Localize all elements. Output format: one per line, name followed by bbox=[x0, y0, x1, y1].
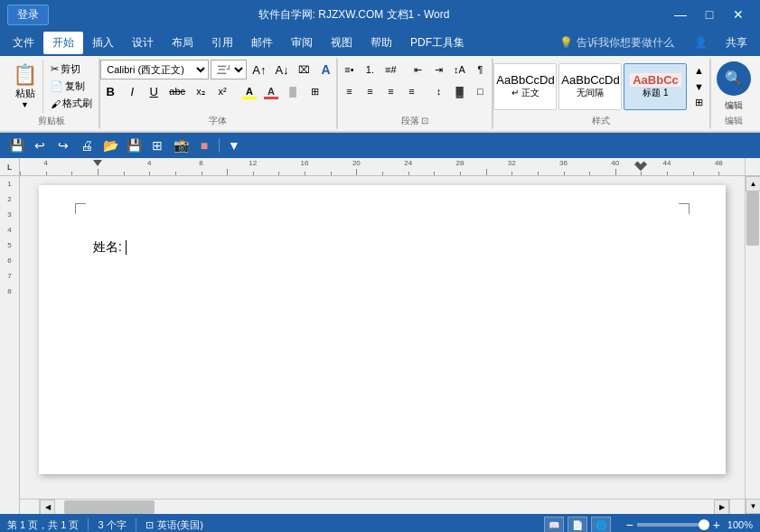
proofing-language[interactable]: ⊡ 英语(美国) bbox=[145, 518, 203, 532]
menu-item-file[interactable]: 文件 bbox=[4, 32, 43, 54]
maximize-button[interactable]: □ bbox=[695, 0, 724, 29]
styles-expand[interactable]: ⊞ bbox=[689, 96, 708, 110]
qa-format-btn[interactable]: ⊞ bbox=[146, 135, 168, 156]
minimize-button[interactable]: — bbox=[666, 0, 695, 29]
style-heading1[interactable]: AaBbCc 标题 1 bbox=[624, 63, 687, 110]
web-view-button[interactable]: 🌐 bbox=[591, 517, 611, 532]
styles-scroll-down[interactable]: ▼ bbox=[689, 79, 708, 94]
zoom-slider-thumb[interactable] bbox=[699, 519, 709, 530]
text-effect-button[interactable]: A bbox=[316, 60, 336, 79]
format-painter-button[interactable]: 🖌 格式刷 bbox=[47, 96, 96, 111]
menu-item-help[interactable]: 帮助 bbox=[361, 32, 401, 54]
strikethrough-button[interactable]: abc bbox=[165, 81, 189, 101]
v-scroll-thumb[interactable] bbox=[746, 191, 759, 246]
qa-custom-save2[interactable]: 💾 bbox=[123, 135, 145, 156]
zoom-minus-button[interactable]: − bbox=[625, 518, 633, 532]
numbering-button[interactable]: 1. bbox=[360, 60, 380, 79]
zoom-slider[interactable] bbox=[637, 523, 709, 527]
subscript-button[interactable]: x₂ bbox=[191, 81, 211, 101]
paste-button[interactable]: 📋 粘贴 ▼ bbox=[7, 60, 43, 113]
name-field[interactable]: 姓名: bbox=[93, 239, 671, 256]
qa-save-button[interactable]: 💾 bbox=[5, 135, 27, 156]
paste-dropdown-icon[interactable]: ▼ bbox=[21, 100, 29, 109]
h-scroll-track[interactable] bbox=[55, 499, 714, 515]
h-scroll-right-arrow[interactable]: ▶ bbox=[714, 499, 729, 515]
styles-scroll-up[interactable]: ▲ bbox=[689, 63, 708, 78]
v-ruler-mark: 6 bbox=[7, 257, 11, 265]
qa-color-btn[interactable]: ■ bbox=[193, 135, 215, 156]
v-scroll-track[interactable] bbox=[746, 191, 760, 499]
font-color-button[interactable]: A bbox=[261, 81, 281, 101]
qa-screen-btn[interactable]: 📸 bbox=[170, 135, 192, 156]
tell-me-box[interactable]: 💡 告诉我你想要做什么 bbox=[559, 35, 674, 51]
share-button[interactable]: 共享 bbox=[717, 32, 756, 54]
underline-button[interactable]: U bbox=[144, 81, 164, 101]
font-name-select[interactable]: Calibri (西文正文) bbox=[100, 60, 209, 79]
copy-button[interactable]: 📄 复制 bbox=[47, 79, 96, 94]
qa-print-button[interactable]: 🖨 bbox=[76, 135, 98, 156]
font-grow-button[interactable]: A↑ bbox=[249, 60, 269, 79]
read-view-button[interactable]: 📖 bbox=[544, 517, 564, 532]
login-button[interactable]: 登录 bbox=[7, 5, 49, 25]
v-scroll-up-arrow[interactable]: ▲ bbox=[746, 176, 760, 191]
menu-item-layout[interactable]: 布局 bbox=[163, 32, 202, 54]
qa-undo-button[interactable]: ↩ bbox=[29, 135, 51, 156]
menu-item-design[interactable]: 设计 bbox=[123, 32, 163, 54]
para-expand-icon[interactable]: ⊡ bbox=[421, 116, 428, 126]
menu-item-review[interactable]: 审阅 bbox=[282, 32, 322, 54]
text-cursor bbox=[126, 240, 127, 255]
font-size-select[interactable]: 三号 bbox=[211, 60, 247, 79]
shading-button[interactable]: ▒ bbox=[283, 81, 303, 101]
word-count: 3 个字 bbox=[98, 518, 126, 532]
align-center-button[interactable]: ≡ bbox=[360, 81, 380, 101]
h-scroll-left-arrow[interactable]: ◀ bbox=[40, 499, 55, 515]
close-button[interactable]: ✕ bbox=[724, 0, 753, 29]
font-shrink-button[interactable]: A↓ bbox=[271, 60, 292, 79]
increase-indent-button[interactable]: ⇥ bbox=[428, 60, 448, 79]
menu-item-references[interactable]: 引用 bbox=[202, 32, 242, 54]
search-button[interactable]: 🔍 bbox=[717, 61, 751, 96]
user-icon[interactable]: 👤 bbox=[685, 33, 717, 52]
shading-para-button[interactable]: ▓ bbox=[449, 81, 469, 101]
align-left-button[interactable]: ≡ bbox=[339, 81, 359, 101]
clear-format-button[interactable]: ⌧ bbox=[295, 60, 314, 79]
border-para-button[interactable]: □ bbox=[470, 81, 490, 101]
multilevel-list-button[interactable]: ≡# bbox=[380, 60, 400, 79]
qa-more-button[interactable]: ▼ bbox=[223, 135, 245, 156]
name-label: 姓名: bbox=[93, 239, 122, 254]
v-ruler-mark: 3 bbox=[7, 210, 11, 219]
menu-item-pdf[interactable]: PDF工具集 bbox=[401, 32, 474, 54]
h-scroll-left-corner bbox=[20, 499, 40, 514]
qa-redo-button[interactable]: ↪ bbox=[52, 135, 74, 156]
line-spacing-button[interactable]: ↕ bbox=[428, 81, 448, 101]
show-marks-button[interactable]: ¶ bbox=[470, 60, 490, 79]
qa-open-button[interactable]: 📂 bbox=[99, 135, 121, 156]
italic-button[interactable]: I bbox=[122, 81, 142, 101]
text-highlight-button[interactable]: A bbox=[239, 81, 259, 101]
decrease-indent-button[interactable]: ⇤ bbox=[408, 60, 427, 79]
menu-item-view[interactable]: 视图 bbox=[322, 32, 361, 54]
menu-item-mail[interactable]: 邮件 bbox=[242, 32, 282, 54]
ruler-corner[interactable]: L bbox=[0, 158, 20, 176]
style-no-spacing[interactable]: AaBbCcDd 无间隔 bbox=[558, 63, 622, 110]
bold-button[interactable]: B bbox=[100, 81, 120, 101]
h-scroll-thumb[interactable] bbox=[64, 500, 155, 514]
bullets-button[interactable]: ≡• bbox=[339, 60, 359, 79]
border-button[interactable]: ⊞ bbox=[305, 81, 324, 101]
print-view-button[interactable]: 📄 bbox=[568, 517, 587, 532]
document-page[interactable]: 姓名: bbox=[39, 185, 726, 474]
menu-item-insert[interactable]: 插入 bbox=[83, 32, 123, 54]
word-count-label: 3 个字 bbox=[98, 518, 126, 532]
sort-button[interactable]: ↕A bbox=[449, 60, 469, 79]
h-scrollbar: ◀ ▶ bbox=[40, 499, 729, 514]
v-scroll-down-arrow[interactable]: ▼ bbox=[746, 499, 760, 514]
justify-button[interactable]: ≡ bbox=[401, 81, 421, 101]
menu-item-home[interactable]: 开始 bbox=[43, 32, 83, 54]
style-normal[interactable]: AaBbCcDd ↵ 正文 bbox=[493, 63, 557, 110]
zoom-plus-button[interactable]: + bbox=[713, 518, 720, 532]
superscript-button[interactable]: x² bbox=[212, 81, 232, 101]
cut-button[interactable]: ✂ 剪切 bbox=[47, 61, 96, 77]
align-right-button[interactable]: ≡ bbox=[380, 81, 400, 101]
shading-icon: ▒ bbox=[289, 86, 296, 97]
document-content[interactable]: 姓名: bbox=[93, 239, 671, 256]
